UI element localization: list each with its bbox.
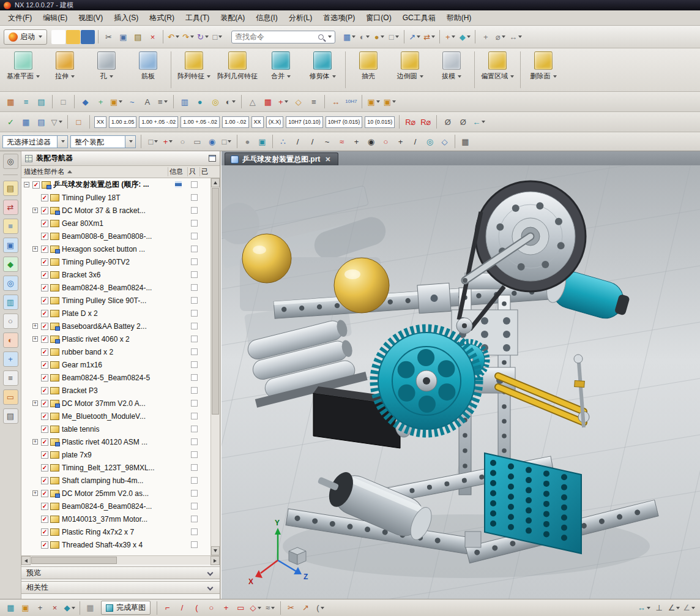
add-gold-icon[interactable]: ▣ [18, 601, 32, 615]
ruler-dropdown[interactable] [518, 36, 522, 38]
dim-style-2[interactable]: 1.00 +.05 -.02 [139, 116, 178, 128]
readonly-checkbox[interactable] [191, 323, 198, 329]
datum-table-icon[interactable]: ▦ [19, 115, 33, 129]
component-checkbox[interactable] [41, 413, 48, 420]
quick-extend-icon[interactable]: ↗ [299, 601, 313, 615]
expand-icon[interactable] [32, 208, 38, 213]
dim-style-3[interactable]: 1.00 +.05 -.02 [181, 116, 220, 128]
scroll-up-button[interactable] [211, 178, 220, 187]
lasso-icon[interactable]: ○ [176, 135, 190, 149]
readonly-checkbox[interactable] [191, 490, 198, 497]
grid-check-icon[interactable]: ▦ [261, 95, 275, 109]
pattern-tool-dropdown[interactable] [452, 36, 455, 38]
sketch-pattern-icon[interactable]: ▦ [4, 601, 18, 615]
readonly-checkbox[interactable] [191, 451, 198, 458]
window-roles-icon[interactable]: ▭ [3, 389, 18, 405]
save-icon[interactable] [81, 30, 95, 44]
component-checkbox[interactable] [41, 194, 48, 201]
snap-scatter-icon[interactable]: ∴ [276, 135, 290, 149]
gold-blocks-icon[interactable]: ▣ [366, 95, 381, 109]
delete-icon[interactable]: × [146, 30, 160, 44]
coil-icon[interactable]: ◎ [208, 95, 222, 109]
tree-item[interactable]: Threaded Shaft-4x39 x 4 [21, 538, 210, 551]
sphere-tool-icon[interactable]: ● [193, 95, 207, 109]
component-checkbox[interactable] [41, 374, 48, 381]
readonly-checkbox[interactable] [191, 361, 198, 368]
tree-item[interactable]: plate 7x9 [21, 448, 210, 461]
readonly-checkbox[interactable] [191, 233, 198, 239]
select-scope-dropdown[interactable] [154, 140, 158, 143]
new-file-icon[interactable] [51, 30, 65, 44]
delete-face-dropdown[interactable] [553, 75, 557, 78]
readonly-checkbox[interactable] [191, 477, 198, 484]
ribbon-pattern-geometry-button[interactable]: 阵列几何特征 [215, 50, 260, 90]
view-cube[interactable] [289, 547, 306, 565]
dim-style-8[interactable]: 10H7 (0.015) [326, 116, 363, 128]
readonly-checkbox[interactable] [191, 220, 198, 227]
readonly-checkbox[interactable] [191, 426, 198, 432]
display-part-icon[interactable]: ▦ [4, 95, 18, 109]
dim-style-1[interactable]: 1.00 ±.05 [109, 116, 136, 128]
readonly-checkbox[interactable] [191, 541, 198, 548]
tree-item[interactable]: Me_Bluetooth_ModuleV... [21, 410, 210, 423]
ribbon-trim-body-button[interactable]: 修剪体 [302, 50, 343, 90]
component-checkbox[interactable] [41, 284, 48, 291]
layer-settings-icon[interactable]: ≡ [19, 95, 33, 109]
text-tool-icon[interactable]: A [140, 95, 154, 109]
scrollbar-thumb[interactable] [31, 557, 117, 564]
menu-item-4[interactable]: 格式(R) [144, 10, 180, 26]
datum-csys-icon[interactable]: + [94, 95, 108, 109]
menu-item-12[interactable]: 帮助(H) [441, 10, 477, 26]
polygon-icon[interactable]: ◇ [248, 601, 262, 615]
circle-icon[interactable]: ○ [204, 601, 218, 615]
quick-trim-icon[interactable]: ✂ [284, 601, 298, 615]
readonly-checkbox[interactable] [191, 464, 198, 471]
tree-item[interactable]: Plastic rivet 40120 ASM ... [21, 435, 210, 448]
component-checkbox[interactable] [41, 387, 48, 394]
panel-dependencies[interactable]: 相关性 [21, 581, 220, 594]
repeat-command-dropdown[interactable] [205, 36, 209, 38]
component-checkbox[interactable] [41, 271, 48, 279]
touch-mode-dropdown[interactable] [218, 36, 222, 38]
menu-item-8[interactable]: 分析(L) [283, 10, 318, 26]
readonly-checkbox[interactable] [191, 413, 198, 419]
column-descriptive-part-name[interactable]: 描述性部件名 [21, 167, 168, 176]
render-style-dropdown[interactable] [366, 36, 370, 38]
radius-symbol2-icon[interactable]: R⌀ [419, 115, 433, 129]
unite-dropdown[interactable] [287, 75, 291, 78]
readonly-checkbox[interactable] [191, 400, 198, 407]
expand-icon[interactable] [32, 336, 38, 342]
finish-sketch-button[interactable]: 完成草图 [101, 601, 151, 615]
menu-item-7[interactable]: 信息(I) [250, 10, 283, 26]
constraint-icon[interactable]: ⊥ [652, 601, 666, 615]
tree-item[interactable]: table tennis [21, 423, 210, 435]
reuse-library-icon[interactable]: ▣ [3, 238, 18, 253]
dashed-box-icon[interactable]: □ [220, 135, 234, 149]
menu-item-3[interactable]: 插入(S) [108, 10, 144, 26]
datum-plane-dropdown[interactable] [36, 75, 40, 78]
expand-icon[interactable] [32, 323, 38, 329]
tree-item[interactable]: Timing Pulley Slice 90T-... [21, 294, 210, 307]
fillet-icon[interactable]: ( [313, 601, 327, 615]
component-checkbox[interactable] [41, 336, 48, 343]
feature-group-dropdown[interactable] [119, 100, 122, 103]
snap-endpoint-icon[interactable]: / [291, 135, 305, 149]
scroll-down-button[interactable] [211, 546, 220, 555]
plus-selection-dropdown[interactable] [169, 140, 173, 143]
search-input[interactable] [235, 32, 315, 41]
tree-item[interactable]: Beam0824-5_Beam0824-5 [21, 371, 210, 384]
readonly-checkbox[interactable] [191, 336, 198, 342]
scrollbar-track[interactable] [211, 415, 220, 546]
pattern-feature-dropdown[interactable] [207, 75, 210, 78]
shaded-view-icon[interactable]: ● [372, 30, 386, 44]
render-style-icon[interactable]: ◐ [357, 30, 371, 44]
assembly-navigator-icon[interactable]: ▤ [3, 181, 18, 196]
menu-item-11[interactable]: GC工具箱 [397, 10, 441, 26]
measure-icon[interactable]: ⌀ [493, 30, 507, 44]
cells-window-icon[interactable]: ▤ [34, 115, 48, 129]
pmi-window-icon[interactable]: □ [72, 115, 86, 129]
sketch-settings-icon[interactable]: ◆ [62, 601, 76, 615]
readonly-checkbox[interactable] [191, 271, 198, 278]
book-icon[interactable]: ▥ [177, 95, 192, 109]
menu-item-2[interactable]: 视图(V) [73, 10, 108, 26]
